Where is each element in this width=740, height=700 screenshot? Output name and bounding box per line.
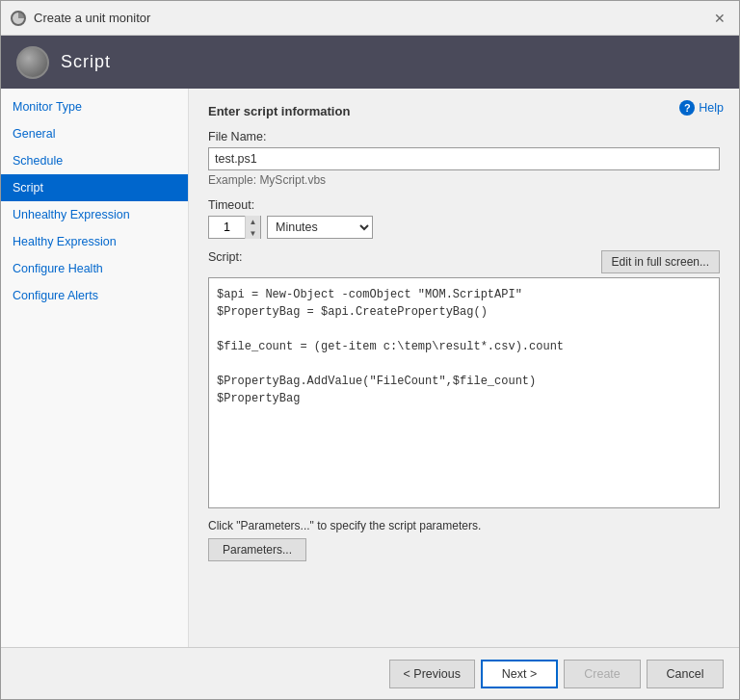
next-button[interactable]: Next > [481,660,558,688]
edit-fullscreen-button[interactable]: Edit in full screen... [601,250,720,273]
sidebar-item-configure-health[interactable]: Configure Health [1,255,188,282]
sidebar-item-schedule[interactable]: Schedule [1,147,188,174]
help-link[interactable]: ? Help [679,100,724,116]
sidebar: Monitor Type General Schedule Script Unh… [1,89,189,647]
create-button[interactable]: Create [564,660,641,688]
help-label: Help [699,101,724,115]
file-name-label: File Name: [208,130,720,143]
timeout-row: 1 ▲ ▼ Seconds Minutes Hours [208,216,720,239]
script-row: Script: Edit in full screen... [208,250,720,273]
sidebar-item-configure-alerts[interactable]: Configure Alerts [1,282,188,309]
timeout-spinner: 1 ▲ ▼ [208,216,261,239]
example-text: Example: MyScript.vbs [208,173,720,187]
file-name-input[interactable] [208,147,720,170]
sidebar-item-unhealthy-expression[interactable]: Unhealthy Expression [1,201,188,228]
header-icon [16,46,49,79]
sidebar-item-healthy-expression[interactable]: Healthy Expression [1,228,188,255]
sidebar-item-monitor-type[interactable]: Monitor Type [1,93,188,120]
main-content: Monitor Type General Schedule Script Unh… [1,89,739,647]
timeout-label: Timeout: [208,198,720,212]
params-info: Click "Parameters..." to specify the scr… [208,519,720,532]
spinner-buttons: ▲ ▼ [245,216,260,239]
window-icon [11,11,26,26]
content-area: ? Help Enter script information File Nam… [189,89,739,647]
spinner-up-button[interactable]: ▲ [246,216,260,227]
script-textarea[interactable]: $api = New-Object -comObject "MOM.Script… [208,277,720,508]
header-bar: Script [1,36,739,89]
sidebar-item-script[interactable]: Script [1,174,188,201]
section-title: Enter script information [208,104,720,118]
sidebar-item-general[interactable]: General [1,120,188,147]
timeout-value: 1 [209,220,245,234]
header-title: Script [61,52,111,72]
footer: < Previous Next > Create Cancel [1,647,739,699]
cancel-button[interactable]: Cancel [647,660,724,688]
previous-button[interactable]: < Previous [389,660,475,688]
close-button[interactable]: ✕ [710,9,729,28]
window-title: Create a unit monitor [34,11,150,25]
timeout-unit-select[interactable]: Seconds Minutes Hours [267,216,373,239]
title-bar: Create a unit monitor ✕ [1,1,739,36]
help-icon: ? [679,100,695,116]
script-label: Script: [208,250,242,264]
parameters-button[interactable]: Parameters... [208,538,306,561]
title-bar-left: Create a unit monitor [11,11,150,26]
main-window: Create a unit monitor ✕ Script Monitor T… [0,0,740,700]
spinner-down-button[interactable]: ▼ [246,227,260,239]
